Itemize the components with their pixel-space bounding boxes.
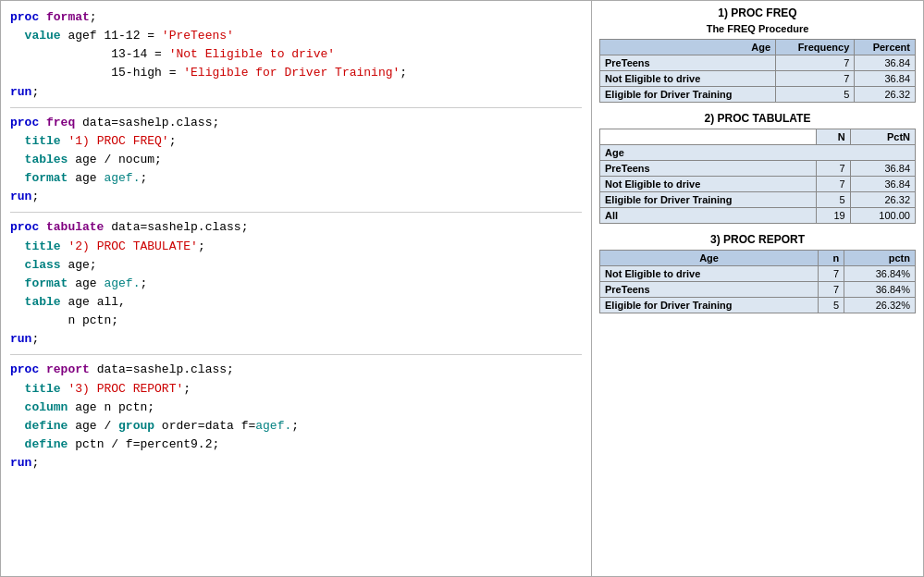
table-row: Eligible for Driver Training 5 26.32: [600, 192, 916, 208]
rep-col-age: Age: [600, 251, 819, 266]
rep-row3-label: Eligible for Driver Training: [600, 298, 819, 313]
tabulate-title: 2) PROC TABULATE: [599, 112, 916, 125]
freq-subtitle: The FREQ Procedure: [599, 23, 916, 34]
code-line: proc format;: [10, 8, 582, 27]
code-line: run;: [10, 454, 582, 473]
code-line: title '3) PROC REPORT';: [10, 380, 582, 399]
freq-table: Age Frequency Percent PreTeens 7 36.84 N…: [599, 39, 916, 103]
freq-row2-label: Not Eligible to drive: [600, 71, 776, 87]
code-section-4: proc report data=sashelp.class; title '3…: [10, 361, 582, 478]
table-row: All 19 100.00: [600, 208, 916, 224]
tab-row2-n: 7: [817, 177, 851, 192]
code-section-1: proc format; value agef 11-12 = 'PreTeen…: [10, 8, 582, 108]
code-line: title '1) PROC FREQ';: [10, 132, 582, 151]
code-line: value agef 11-12 = 'PreTeens': [10, 27, 582, 45]
tab-row3-label: Eligible for Driver Training: [600, 192, 817, 208]
code-line: column age n pctn;: [10, 399, 582, 417]
freq-row1-freq: 7: [776, 55, 855, 71]
code-line: run;: [10, 83, 582, 102]
rep-col-n: n: [819, 251, 844, 266]
rep-row2-pctn: 36.84%: [844, 282, 916, 298]
tab-row4-pctn: 100.00: [850, 208, 915, 224]
rep-row3-n: 5: [819, 298, 844, 313]
table-row: Not Eligible to drive 7 36.84: [600, 177, 916, 192]
keyword-proc: proc: [10, 10, 46, 24]
rep-row1-label: Not Eligible to drive: [600, 266, 819, 282]
freq-title: 1) PROC FREQ: [599, 6, 916, 19]
tab-span-label: Age: [600, 145, 916, 161]
tabulate-table: N PctN Age PreTeens 7 36.84 Not Eligible…: [599, 129, 916, 224]
freq-row1-label: PreTeens: [600, 55, 776, 71]
table-row: Not Eligible to drive 7 36.84: [600, 71, 916, 87]
freq-row3-label: Eligible for Driver Training: [600, 87, 776, 103]
tab-row1-label: PreTeens: [600, 161, 817, 177]
code-line: define pctn / f=percent9.2;: [10, 436, 582, 454]
code-punct: ;: [90, 10, 97, 24]
code-panel: proc format; value agef 11-12 = 'PreTeen…: [0, 0, 592, 577]
code-line: proc report data=sashelp.class;: [10, 361, 582, 379]
freq-row3-freq: 5: [776, 87, 855, 103]
freq-col-age: Age: [600, 40, 776, 55]
output-section-report: 3) PROC REPORT Age n pctn Not Eligible t…: [599, 233, 916, 313]
code-line: 15-high = 'Eligible for Driver Training'…: [10, 64, 582, 82]
output-section-tabulate: 2) PROC TABULATE N PctN Age PreTeens 7 3…: [599, 112, 916, 224]
code-line: proc freq data=sashelp.class;: [10, 114, 582, 132]
code-line: title '2) PROC TABULATE';: [10, 238, 582, 256]
freq-col-pct: Percent: [855, 40, 916, 55]
tab-row3-pctn: 26.32: [850, 192, 915, 208]
output-panel: 1) PROC FREQ The FREQ Procedure Age Freq…: [592, 0, 924, 577]
table-row: Eligible for Driver Training 5 26.32%: [600, 298, 916, 313]
code-line: define age / group order=data f=agef.;: [10, 417, 582, 436]
freq-row2-freq: 7: [776, 71, 855, 87]
freq-row2-pct: 36.84: [855, 71, 916, 87]
table-row: Not Eligible to drive 7 36.84%: [600, 266, 916, 282]
freq-row1-pct: 36.84: [855, 55, 916, 71]
code-line: 13-14 = 'Not Eligible to drive': [10, 45, 582, 64]
output-section-freq: 1) PROC FREQ The FREQ Procedure Age Freq…: [599, 6, 916, 103]
code-line: n pctn;: [10, 312, 582, 330]
tab-row1-pctn: 36.84: [850, 161, 915, 177]
table-row: PreTeens 7 36.84%: [600, 282, 916, 298]
code-line: proc tabulate data=sashelp.class;: [10, 218, 582, 237]
tab-row2-label: Not Eligible to drive: [600, 177, 817, 192]
rep-row2-n: 7: [819, 282, 844, 298]
table-row: Age: [600, 145, 916, 161]
tab-row4-n: 19: [817, 208, 851, 224]
code-line: class age;: [10, 256, 582, 275]
rep-row1-n: 7: [819, 266, 844, 282]
tab-col-pctn: PctN: [850, 129, 915, 145]
code-line: table age all,: [10, 293, 582, 312]
tab-row4-label: All: [600, 208, 817, 224]
rep-row2-label: PreTeens: [600, 282, 819, 298]
tab-col-empty: [600, 129, 817, 145]
table-row: PreTeens 7 36.84: [600, 55, 916, 71]
keyword-format: format: [46, 10, 90, 24]
rep-row1-pctn: 36.84%: [844, 266, 916, 282]
code-line: tables age / nocum;: [10, 151, 582, 169]
rep-col-pctn: pctn: [844, 251, 916, 266]
freq-col-freq: Frequency: [776, 40, 855, 55]
report-title: 3) PROC REPORT: [599, 233, 916, 246]
code-section-2: proc freq data=sashelp.class; title '1) …: [10, 114, 582, 214]
table-row: Eligible for Driver Training 5 26.32: [600, 87, 916, 103]
tab-row3-n: 5: [817, 192, 851, 208]
code-line: run;: [10, 188, 582, 206]
rep-row3-pctn: 26.32%: [844, 298, 916, 313]
tab-col-n: N: [817, 129, 851, 145]
freq-row3-pct: 26.32: [855, 87, 916, 103]
code-line: format age agef.;: [10, 169, 582, 188]
code-line: format age agef.;: [10, 275, 582, 293]
code-line: run;: [10, 330, 582, 349]
tab-row1-n: 7: [817, 161, 851, 177]
table-row: PreTeens 7 36.84: [600, 161, 916, 177]
tab-row2-pctn: 36.84: [850, 177, 915, 192]
code-section-3: proc tabulate data=sashelp.class; title …: [10, 218, 582, 355]
report-table: Age n pctn Not Eligible to drive 7 36.84…: [599, 250, 916, 313]
